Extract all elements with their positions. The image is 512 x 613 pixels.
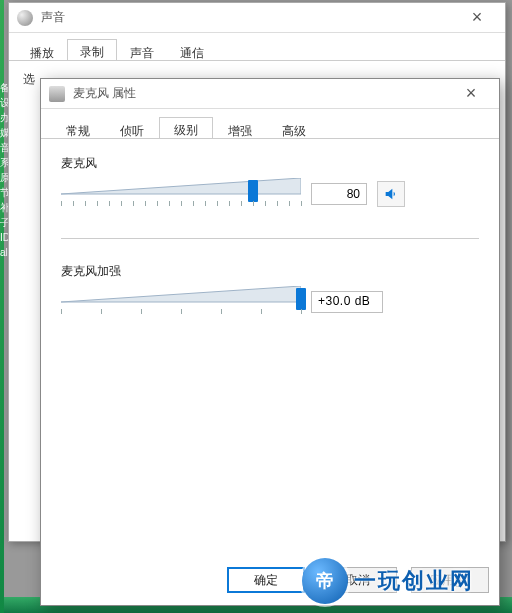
close-icon[interactable]: × [457, 7, 497, 28]
mic-level-label: 麦克风 [61, 155, 479, 172]
tab-advanced[interactable]: 高级 [267, 118, 321, 139]
sound-tabs: 播放 录制 声音 通信 [9, 33, 505, 61]
tab-enhancements[interactable]: 增强 [213, 118, 267, 139]
mic-boost-slider[interactable] [61, 286, 301, 312]
tab-communications[interactable]: 通信 [167, 40, 217, 61]
mic-level-value-input[interactable] [311, 183, 367, 205]
mic-tabs: 常规 侦听 级别 增强 高级 [41, 109, 499, 139]
slider-thumb[interactable] [296, 288, 306, 310]
divider [61, 238, 479, 239]
tab-sounds[interactable]: 声音 [117, 40, 167, 61]
svg-marker-1 [61, 286, 301, 302]
mic-boost-value: +30.0 dB [311, 291, 383, 313]
page-background-strip: 备设办媒音系原节补子IDal [0, 0, 4, 613]
speaker-icon [383, 186, 399, 202]
tab-levels[interactable]: 级别 [159, 117, 213, 138]
cancel-button[interactable]: 取消 [319, 567, 397, 593]
sound-body-text: 选 [23, 72, 35, 86]
mic-titlebar: 麦克风 属性 × [41, 79, 499, 109]
ok-button[interactable]: 确定 [227, 567, 305, 593]
sound-titlebar: 声音 × [9, 3, 505, 33]
tab-recording[interactable]: 录制 [67, 39, 117, 60]
speaker-button[interactable] [377, 181, 405, 207]
mic-title: 麦克风 属性 [73, 85, 451, 102]
tab-playback[interactable]: 播放 [17, 40, 67, 61]
slider-thumb[interactable] [248, 180, 258, 202]
sound-app-icon [17, 10, 33, 26]
microphone-icon [49, 86, 65, 102]
dialog-buttons: 确定 取消 应用(A) [227, 567, 489, 593]
sound-title: 声音 [41, 9, 457, 26]
mic-level-slider[interactable] [61, 178, 301, 204]
svg-marker-0 [61, 178, 301, 194]
mic-boost-label: 麦克风加强 [61, 263, 479, 280]
tab-listen[interactable]: 侦听 [105, 118, 159, 139]
apply-button[interactable]: 应用(A) [411, 567, 489, 593]
close-icon[interactable]: × [451, 83, 491, 104]
mic-properties-window: 麦克风 属性 × 常规 侦听 级别 增强 高级 麦克风 [40, 78, 500, 606]
tab-general[interactable]: 常规 [51, 118, 105, 139]
